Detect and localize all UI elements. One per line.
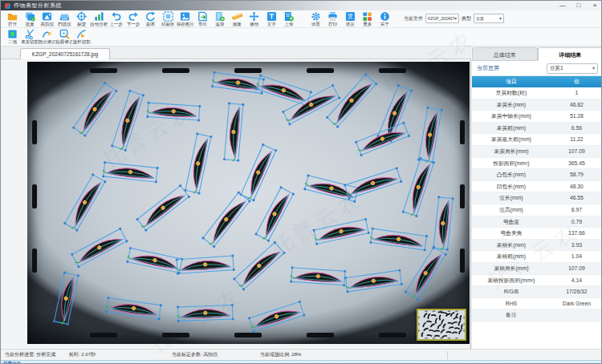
image-viewer[interactable] — [1, 59, 471, 349]
pod-annotation — [312, 218, 369, 245]
pod-annotation — [369, 228, 428, 252]
toolbar-button-about[interactable]: 关于 — [376, 11, 394, 27]
pod-annotation — [184, 132, 212, 194]
toolbar-button-label: 自动分析 — [90, 22, 108, 27]
redo-icon — [128, 11, 139, 22]
table-row[interactable]: 弯曲度0.79 — [472, 216, 602, 229]
toolbar-button-stemcut[interactable]: 茎秆切割 — [73, 29, 91, 45]
table-row[interactable]: 果柄周长(mm)107.09 — [472, 263, 602, 275]
measure-icon — [232, 11, 242, 22]
toolbar-button-move[interactable]: 移动 — [246, 11, 263, 27]
toolbar-button-language[interactable]: 语言 — [342, 11, 360, 27]
table-row[interactable]: 果荚中轴长(mm)51.28 — [472, 111, 602, 123]
maximize-button[interactable]: □ — [571, 1, 587, 10]
toolbar-button-folder[interactable]: 打开 — [4, 11, 22, 27]
status-elapsed: 耗时: 2.07秒 — [69, 350, 96, 360]
table-row[interactable]: 弦长(mm)46.55 — [472, 192, 602, 204]
toolbar-button-label: 更多 — [363, 22, 372, 27]
pod-annotation — [211, 71, 265, 95]
toolbar-button-undo[interactable]: 上一步 — [108, 11, 125, 27]
row-value: 51.28 — [551, 111, 602, 122]
toolbar-button-scanner[interactable]: 扫描仪 — [56, 11, 74, 27]
pod-annotation — [71, 228, 128, 269]
table-row[interactable]: RHSDark Green — [472, 298, 602, 310]
table-row[interactable]: 备注 — [472, 309, 602, 322]
move-icon — [249, 11, 259, 22]
table-row[interactable]: R/G/B17/26/32 — [472, 286, 602, 298]
table-row[interactable]: 果柄粗(mm)1.04 — [472, 251, 602, 263]
app-title: 作物表型分析系统 — [14, 2, 62, 10]
toolbar-button-more[interactable]: 更多 — [359, 11, 376, 27]
settings-icon — [311, 11, 321, 22]
minimize-button[interactable]: — — [555, 1, 571, 10]
table-row[interactable]: 果柄长(mm)3.93 — [472, 240, 602, 252]
tab-detailed-results[interactable]: 详细结果 — [538, 47, 602, 61]
sample-photo[interactable] — [27, 62, 470, 344]
toolbar-button-batch[interactable]: 批量 — [22, 11, 39, 27]
pod-annotation — [102, 161, 159, 183]
toolbar-button-settings[interactable]: 设置 — [307, 11, 325, 27]
table-row[interactable]: 弯曲夹角137.66 — [472, 228, 602, 240]
pod-annotation — [126, 247, 183, 274]
pod-annotation — [344, 269, 403, 293]
table-row[interactable]: 果荚粗(mm)6.56 — [472, 123, 602, 135]
document-tab-bar: KZGP_20240725161728.jpg — [1, 47, 471, 59]
toolbar-button-label: 高拍仪 — [41, 22, 55, 27]
toolbar-button-cut[interactable]: 果荚切割 — [22, 29, 39, 45]
close-button[interactable]: × — [587, 1, 602, 10]
table-row[interactable]: 果荚长(mm)46.82 — [472, 99, 602, 111]
toolbar-button-label: 移动 — [250, 22, 258, 27]
toolbar-button-contour[interactable]: 轮廓修正 — [56, 29, 74, 45]
toolbar-button-print[interactable]: 打印 — [324, 11, 342, 27]
toolbar-button-label: 设置 — [311, 22, 320, 27]
toolbar-button-saveimg[interactable]: 保存图片 — [177, 11, 194, 27]
type-select[interactable]: 豆荚 ▾ — [474, 14, 504, 23]
toolbar-button-target[interactable]: 标定 — [73, 11, 91, 27]
current-pod-select[interactable]: 豆荚1 ▾ — [547, 63, 598, 74]
row-value: 3.93 — [551, 240, 602, 251]
navigator-thumbnail[interactable] — [417, 309, 466, 341]
toolbar-button-binary[interactable]: 二值 — [4, 29, 22, 45]
toolbar-button-label: 打印 — [328, 22, 337, 27]
table-row[interactable]: 豆荚粒数(粒)1 — [472, 87, 602, 99]
current-file-group: 当前文件 KZGP_202407 ▾ 类型 豆荚 ▾ — [401, 14, 504, 23]
toolbar-button-export[interactable]: 导出 — [194, 11, 212, 27]
toolbar-button-inflection[interactable]: 拐点修正 — [39, 29, 56, 45]
table-row[interactable]: 果荚最大粗(mm)11.22 — [472, 134, 602, 146]
row-value: 1 — [551, 87, 602, 99]
table-row[interactable]: 果柄投影面积(mm²)4.14 — [472, 275, 602, 287]
language-icon — [345, 11, 356, 22]
row-value: 48.30 — [551, 181, 602, 192]
table-row[interactable]: 弦高(mm)8.97 — [472, 204, 602, 216]
toolbar-button-append[interactable]: 追加 — [211, 11, 229, 27]
table-row[interactable]: 投影面积(mm²)365.45 — [472, 158, 602, 170]
toolbar-button-label: 果荚切割 — [21, 39, 39, 45]
toolbar-button-copy[interactable]: 副本 — [142, 11, 160, 27]
toolbar-button-measure[interactable]: 测量 — [229, 11, 246, 27]
tab-overall-results[interactable]: 总体结果 — [472, 47, 538, 61]
table-row[interactable]: 凹包长(mm)48.30 — [472, 181, 602, 193]
toolbar-button-region[interactable]: 目标区 — [160, 11, 177, 27]
row-label: 果柄粗(mm) — [472, 251, 551, 262]
pod-annotation — [146, 102, 201, 122]
text-icon — [266, 11, 277, 22]
toolbar-button-text[interactable]: 文字 — [263, 11, 281, 27]
toolbar-button-label: 目标区 — [161, 22, 175, 27]
toolbar-button-upload[interactable]: 上传 — [280, 11, 298, 27]
pod-annotation — [72, 82, 118, 138]
toolbar-button-label: 保存图片 — [177, 22, 194, 27]
upload-icon — [283, 11, 294, 22]
document-tab[interactable]: KZGP_20240725161728.jpg — [20, 48, 110, 59]
toolbar-button-redo[interactable]: 下一步 — [125, 11, 143, 27]
pod-annotation — [402, 157, 436, 217]
current-file-select[interactable]: KZGP_202407 ▾ — [425, 14, 459, 23]
append-icon — [214, 11, 225, 22]
toolbar-button-chart[interactable]: 自动分析 — [91, 11, 108, 27]
print-icon — [327, 11, 338, 22]
row-label: 凸包长(mm) — [472, 169, 551, 180]
row-value — [551, 309, 602, 321]
toolbar-button-camera[interactable]: 高拍仪 — [39, 11, 56, 27]
row-value: 46.82 — [551, 99, 602, 111]
table-row[interactable]: 凸包长(mm)58.79 — [472, 169, 602, 181]
table-row[interactable]: 果荚周长(mm)107.09 — [472, 146, 602, 158]
